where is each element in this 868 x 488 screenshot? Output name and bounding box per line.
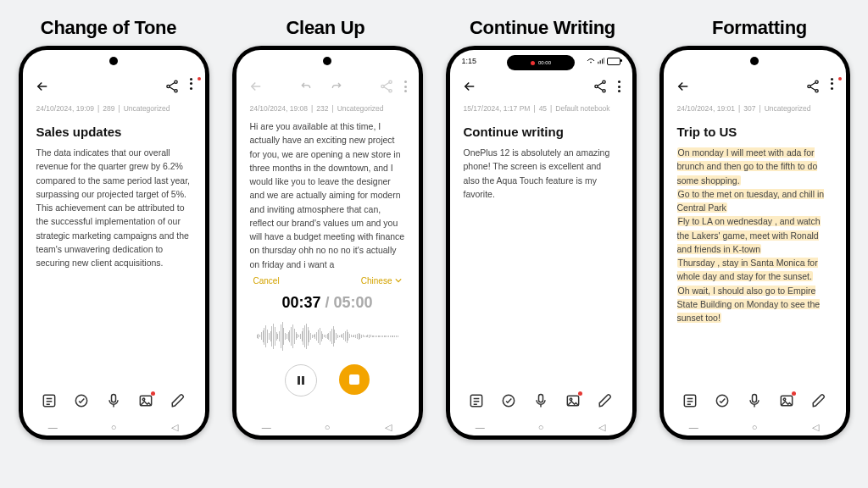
svg-point-0 bbox=[174, 80, 176, 83]
waveform bbox=[250, 317, 405, 356]
svg-rect-19 bbox=[538, 395, 542, 402]
svg-point-13 bbox=[590, 62, 592, 64]
feature-label-cleanup: Clean Up bbox=[223, 17, 428, 39]
check-icon[interactable] bbox=[714, 392, 731, 409]
status-icons bbox=[587, 58, 620, 65]
svg-point-10 bbox=[388, 90, 391, 92]
list-icon[interactable] bbox=[468, 392, 485, 409]
recorder-timer: 00:37 / 05:00 bbox=[250, 294, 405, 312]
note-toolbar bbox=[23, 382, 205, 419]
image-icon[interactable] bbox=[137, 392, 154, 409]
svg-point-29 bbox=[783, 398, 786, 401]
more-icon[interactable] bbox=[618, 80, 620, 92]
note-title[interactable]: Trip to US bbox=[677, 125, 832, 139]
svg-point-2 bbox=[174, 90, 176, 92]
pen-icon[interactable] bbox=[170, 392, 186, 409]
svg-point-7 bbox=[142, 398, 145, 401]
list-icon[interactable] bbox=[682, 392, 698, 409]
more-icon[interactable] bbox=[404, 80, 407, 92]
check-icon[interactable] bbox=[73, 392, 90, 409]
svg-rect-11 bbox=[298, 376, 300, 385]
share-icon[interactable] bbox=[379, 79, 394, 94]
camera-punchhole bbox=[750, 57, 759, 65]
more-icon[interactable] bbox=[831, 78, 834, 95]
android-navbar[interactable]: —○◁ bbox=[450, 419, 632, 435]
svg-rect-12 bbox=[302, 376, 304, 385]
svg-point-16 bbox=[602, 90, 604, 92]
mic-icon[interactable] bbox=[105, 392, 122, 409]
svg-point-23 bbox=[807, 85, 810, 87]
note-toolbar bbox=[664, 382, 846, 419]
pen-icon[interactable] bbox=[597, 392, 614, 409]
camera-punchhole bbox=[109, 57, 118, 65]
back-icon[interactable] bbox=[676, 79, 691, 94]
phone-tone: 24/10/2024, 19:09|289|Uncategorized Sale… bbox=[19, 46, 209, 440]
feature-label-tone: Change of Tone bbox=[6, 17, 211, 39]
svg-point-9 bbox=[381, 85, 383, 87]
phone-continue: 00:00 1:15 bbox=[446, 46, 637, 440]
undo-redo[interactable] bbox=[299, 76, 343, 97]
svg-point-24 bbox=[815, 90, 817, 92]
svg-point-1 bbox=[166, 85, 169, 87]
note-body[interactable]: OnePlus 12 is absolutely an amazing phon… bbox=[464, 146, 619, 201]
note-meta: 15/17/2024, 1:17 PM|45|Default notebook bbox=[450, 101, 632, 113]
share-icon[interactable] bbox=[805, 79, 821, 94]
pause-button[interactable] bbox=[285, 364, 317, 396]
feature-label-format: Formatting bbox=[657, 17, 862, 39]
recorder-cancel[interactable]: Cancel bbox=[253, 276, 280, 286]
showcase-stage: Change of Tone Clean Up Continue Writing… bbox=[0, 0, 868, 488]
status-time: 1:15 bbox=[462, 57, 477, 65]
note-title[interactable]: Sales updates bbox=[36, 125, 192, 139]
list-icon[interactable] bbox=[41, 392, 58, 409]
dynamic-island: 00:00 bbox=[507, 55, 575, 70]
share-icon[interactable] bbox=[164, 79, 180, 94]
mic-icon[interactable] bbox=[746, 392, 763, 409]
image-icon[interactable] bbox=[565, 392, 581, 409]
svg-rect-27 bbox=[752, 395, 756, 402]
note-toolbar bbox=[450, 382, 632, 419]
svg-point-14 bbox=[602, 80, 604, 83]
phone-cleanup: 24/10/2024, 19:08|232|Uncategorized Hi a… bbox=[232, 46, 423, 440]
mic-icon[interactable] bbox=[532, 392, 549, 409]
back-icon[interactable] bbox=[248, 79, 264, 94]
svg-point-15 bbox=[594, 85, 597, 87]
image-icon[interactable] bbox=[778, 392, 795, 409]
svg-point-22 bbox=[815, 80, 817, 83]
stop-record-button[interactable] bbox=[339, 364, 370, 395]
note-meta: 24/10/2024, 19:09|289|Uncategorized bbox=[23, 101, 205, 113]
note-body[interactable]: The data indicates that our overall reve… bbox=[36, 146, 192, 269]
share-icon[interactable] bbox=[593, 79, 608, 94]
camera-punchhole bbox=[323, 57, 331, 65]
svg-point-21 bbox=[570, 398, 572, 401]
phone-formatting: 24/10/2024, 19:01|307|Uncategorized Trip… bbox=[659, 46, 850, 440]
pen-icon[interactable] bbox=[810, 392, 827, 409]
note-body[interactable]: On monday I will meet with ada for brunc… bbox=[677, 146, 832, 324]
android-navbar[interactable]: —○◁ bbox=[236, 419, 419, 435]
more-icon[interactable] bbox=[190, 78, 193, 95]
note-meta: 24/10/2024, 19:01|307|Uncategorized bbox=[664, 101, 846, 113]
note-title[interactable]: Continue writing bbox=[464, 125, 619, 139]
back-icon[interactable] bbox=[462, 79, 477, 94]
android-navbar[interactable]: —○◁ bbox=[664, 419, 846, 435]
android-navbar[interactable]: —○◁ bbox=[23, 419, 205, 435]
back-icon[interactable] bbox=[35, 79, 50, 94]
svg-rect-5 bbox=[111, 395, 115, 402]
check-icon[interactable] bbox=[500, 392, 517, 409]
svg-point-8 bbox=[388, 80, 391, 83]
feature-label-continue: Continue Writing bbox=[440, 17, 645, 39]
recorder-language[interactable]: Chinese bbox=[361, 276, 402, 286]
note-body[interactable]: Hi are you available at this time, I act… bbox=[250, 119, 405, 271]
note-meta: 24/10/2024, 19:08|232|Uncategorized bbox=[236, 101, 419, 113]
